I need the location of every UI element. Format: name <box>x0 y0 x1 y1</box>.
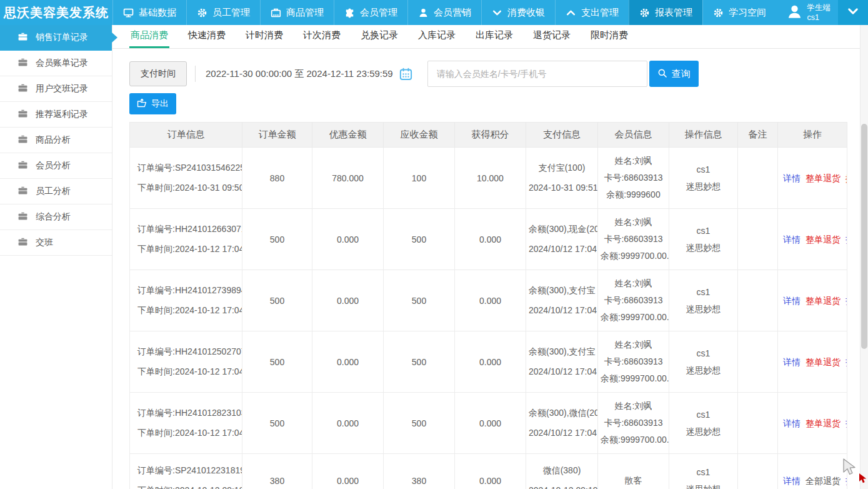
topnav-item[interactable]: 报表管理 <box>629 0 702 25</box>
tab-item[interactable]: 计时消费 <box>244 29 284 48</box>
sidebar-item-label: 会员分析 <box>36 160 71 171</box>
member-info-cell: 姓名:刘飒卡号:68603913余额:9999700.00. <box>598 270 669 331</box>
app-logo: 思沃美容美发系统 <box>0 0 112 25</box>
pay-time-filter-button[interactable]: 支付时间 <box>129 61 187 86</box>
action-link[interactable]: 打印 <box>846 293 847 309</box>
topnav-item[interactable]: 商品管理 <box>260 0 334 25</box>
topnav-item[interactable]: 会员营销 <box>407 0 481 25</box>
action-link[interactable]: 换货 <box>846 170 847 186</box>
action-link[interactable]: 打印 <box>846 473 847 489</box>
user-menu[interactable]: 学生端 cs1 <box>779 0 839 25</box>
topnav-item[interactable]: 学习空间 <box>702 0 776 25</box>
action-link[interactable]: 详情 <box>783 293 801 309</box>
tab-item[interactable]: 计次消费 <box>302 29 342 48</box>
topnav-item-label: 员工管理 <box>212 7 250 19</box>
sidebar-item[interactable]: 会员账单记录 <box>0 51 112 76</box>
sidebar-item[interactable]: 用户交班记录 <box>0 76 112 102</box>
sidebar-item[interactable]: 推荐返利记录 <box>0 102 112 128</box>
order-amount-cell: 500 <box>242 270 312 331</box>
topnav-item[interactable]: 消费收银 <box>481 0 555 25</box>
sidebar-item-label: 用户交班记录 <box>36 83 88 94</box>
action-link[interactable]: 整单退货 <box>806 231 841 248</box>
sidebar-item[interactable]: 商品分析 <box>0 128 112 153</box>
action-link[interactable]: 详情 <box>783 170 801 186</box>
table-row: 订单编号:HH241012663071.下单时间:2024-10-12 17:0… <box>130 209 847 270</box>
tab-item[interactable]: 入库记录 <box>417 29 457 48</box>
main-content: 商品消费快速消费计时消费计次消费兑换记录入库记录出库记录退货记录限时消费 支付时… <box>112 25 868 489</box>
briefcase-icon <box>17 134 28 146</box>
tab-item[interactable]: 退货记录 <box>532 29 572 48</box>
sidebar-item-label: 综合分析 <box>36 211 71 223</box>
sidebar-item[interactable]: 员工分析 <box>0 179 112 204</box>
sidebar: 销售订单记录会员账单记录用户交班记录推荐返利记录商品分析会员分析员工分析综合分析… <box>0 25 112 489</box>
tab-item[interactable]: 限时消费 <box>589 29 629 48</box>
briefcase-icon <box>17 211 28 223</box>
payment-info-cell: 支付宝(100)2024-10-31 09:51 <box>526 148 598 209</box>
action-link[interactable]: 整单退货 <box>806 293 841 309</box>
discount-amount-cell: 0.000 <box>312 454 384 489</box>
user-role: 学生端 <box>807 3 831 12</box>
briefcase-icon <box>17 31 28 44</box>
action-link[interactable]: 打印 <box>846 231 847 248</box>
action-link[interactable]: 全部退货 <box>806 473 841 489</box>
topnav-item[interactable]: 支出管理 <box>555 0 629 25</box>
actions-cell: 详情整单退货打印 <box>778 270 847 331</box>
briefcase-icon <box>17 159 28 172</box>
sidebar-item[interactable]: 销售订单记录 <box>0 25 112 51</box>
tab-item[interactable]: 兑换记录 <box>359 29 399 48</box>
member-info-cell: 姓名:刘飒卡号:68603913余额:9999700.00. <box>598 393 669 454</box>
action-link[interactable]: 整单退货 <box>806 170 841 186</box>
action-link[interactable]: 整单退货 <box>806 354 841 370</box>
table-row: 订单编号:SP241031546225下单时间:2024-10-31 09:50… <box>130 148 847 209</box>
topnav-item-label: 会员管理 <box>360 7 397 19</box>
points-cell: 0.000 <box>455 393 526 454</box>
sidebar-item[interactable]: 交班 <box>0 230 112 256</box>
payment-info-cell: 余额(300),现金(202024/10/12 17:04 <box>526 209 598 270</box>
search-button[interactable]: 查询 <box>649 61 699 87</box>
sidebar-item-label: 交班 <box>36 237 53 248</box>
action-link[interactable]: 打印 <box>846 415 847 431</box>
puzzle-icon <box>344 8 355 18</box>
action-link[interactable]: 详情 <box>783 415 801 431</box>
points-cell: 0.000 <box>455 454 526 489</box>
scrollbar-thumb[interactable] <box>861 124 867 349</box>
topnav-item[interactable]: 员工管理 <box>186 0 260 25</box>
actions-cell: 详情整单退货打印 <box>778 393 847 454</box>
vertical-scrollbar[interactable] <box>860 25 868 489</box>
sidebar-item[interactable]: 综合分析 <box>0 204 112 230</box>
table-header-cell: 获得积分 <box>455 123 526 148</box>
sidebar-item[interactable]: 会员分析 <box>0 153 112 179</box>
topnav-item-label: 会员营销 <box>434 7 471 19</box>
payment-info-cell: 余额(300),支付宝2024/10/12 17:04 <box>526 331 598 393</box>
action-link[interactable]: 详情 <box>783 354 801 370</box>
top-navigation-bar: 思沃美容美发系统 基础数据员工管理商品管理会员管理会员营销消费收银支出管理报表管… <box>0 0 868 25</box>
products-icon <box>271 8 281 18</box>
member-info-cell: 姓名:刘飒卡号:68603913余额:9999700.00. <box>598 209 669 270</box>
table-row: 订单编号:HH241012823103.下单时间:2024-10-12 17:0… <box>130 393 847 454</box>
actions-cell: 详情整单退货打印 <box>778 331 847 393</box>
remark-cell <box>738 148 778 209</box>
table-header-cell: 备注 <box>738 123 778 148</box>
receivable-amount-cell: 380 <box>384 454 455 489</box>
remark-cell <box>738 270 778 331</box>
action-link[interactable]: 打印 <box>846 354 847 370</box>
topnav-item[interactable]: 基础数据 <box>112 0 186 25</box>
topnav-collapse-button[interactable] <box>838 0 868 25</box>
topnav-item-label: 学习空间 <box>729 7 766 19</box>
calendar-icon[interactable] <box>399 68 412 81</box>
user-name: cs1 <box>807 13 819 22</box>
topnav-item[interactable]: 会员管理 <box>334 0 407 25</box>
tab-item[interactable]: 商品消费 <box>129 29 169 48</box>
action-link[interactable]: 详情 <box>783 231 801 248</box>
order-amount-cell: 500 <box>242 393 312 454</box>
tab-item[interactable]: 出库记录 <box>474 29 514 48</box>
member-info-cell: 姓名:刘飒卡号:68603913余额:9999700.00. <box>598 331 669 393</box>
action-link[interactable]: 整单退货 <box>806 415 841 431</box>
export-button[interactable]: 导出 <box>129 93 176 114</box>
export-icon <box>137 98 147 110</box>
orders-table-wrap: 订单信息订单金额优惠金额应收金额获得积分支付信息会员信息操作信息备注操作 订单编… <box>129 122 851 489</box>
tab-item[interactable]: 快速消费 <box>187 29 227 48</box>
action-link[interactable]: 详情 <box>783 473 801 489</box>
payment-info-cell: 微信(380)2024-10-12 09:19 <box>526 454 598 489</box>
member-search-input[interactable] <box>427 61 647 87</box>
